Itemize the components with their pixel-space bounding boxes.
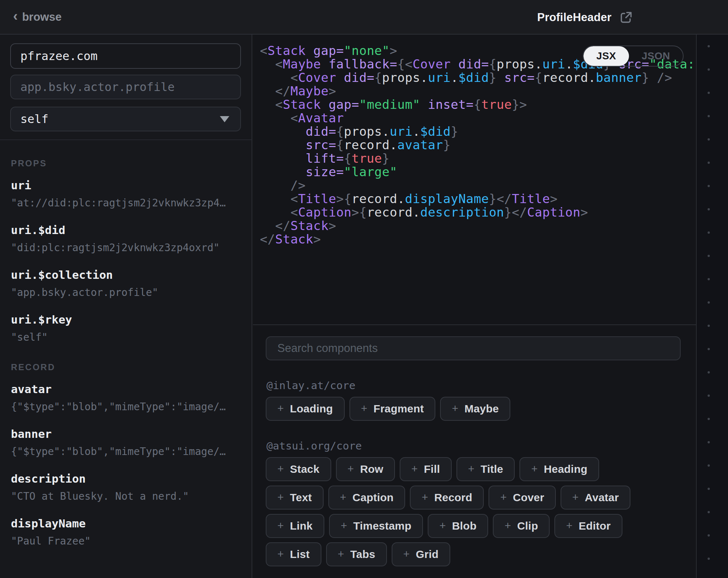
rkey-selected-value: self xyxy=(20,112,48,126)
add-link-button[interactable]: +Link xyxy=(266,514,324,538)
add-text-button[interactable]: +Text xyxy=(266,486,324,510)
tab-jsx[interactable]: JSX xyxy=(583,46,629,66)
add-avatar-button[interactable]: +Avatar xyxy=(561,486,630,510)
prop-entry: uri.$rkey"self" xyxy=(11,313,241,344)
plus-icon: + xyxy=(403,548,410,560)
add-fragment-button[interactable]: +Fragment xyxy=(349,397,436,421)
component-name: Link xyxy=(290,520,313,532)
add-timestamp-button[interactable]: +Timestamp xyxy=(329,514,423,538)
add-maybe-button[interactable]: +Maybe xyxy=(440,397,510,421)
plus-icon: + xyxy=(341,519,347,532)
plus-icon: + xyxy=(439,519,446,532)
plus-icon: + xyxy=(411,463,418,475)
code-line: src={record.avatar} xyxy=(260,138,696,152)
prop-entry: banner{"$type":"blob","mimeType":"image/… xyxy=(11,427,241,458)
add-blob-button[interactable]: +Blob xyxy=(428,514,488,538)
add-caption-button[interactable]: +Caption xyxy=(328,486,405,510)
component-name: Clip xyxy=(517,520,538,532)
plus-icon: + xyxy=(277,548,284,560)
plus-icon: + xyxy=(348,463,354,475)
component-row: +List+Tabs+Grid xyxy=(266,542,696,566)
component-rows: +Stack+Row+Fill+Title+Heading+Text+Capti… xyxy=(266,457,696,566)
prop-key: uri xyxy=(11,179,241,192)
plus-icon: + xyxy=(277,519,284,532)
component-name: Timestamp xyxy=(353,520,412,532)
add-stack-button[interactable]: +Stack xyxy=(266,457,331,481)
back-button[interactable]: ‹ browse xyxy=(13,11,62,24)
title-area: ProfileHeader xyxy=(537,0,633,35)
prop-entry: displayName"Paul Frazee" xyxy=(11,517,241,548)
external-link-icon[interactable] xyxy=(620,11,633,24)
prop-value: "Paul Frazee" xyxy=(11,535,242,548)
prop-entry: uri.$collection"app.bsky.actor.profile" xyxy=(11,268,241,299)
add-tabs-button[interactable]: +Tabs xyxy=(326,542,387,566)
search-input[interactable] xyxy=(266,336,681,360)
component-name: Editor xyxy=(579,520,611,532)
component-name: Blob xyxy=(452,520,476,532)
component-groups: @inlay.at/core+Loading+Fragment+Maybe@at… xyxy=(253,379,696,566)
add-heading-button[interactable]: +Heading xyxy=(519,457,599,481)
topbar: ‹ browse ProfileHeader xyxy=(0,0,728,35)
section-label: PROPS xyxy=(11,158,241,169)
add-fill-button[interactable]: +Fill xyxy=(400,457,452,481)
code-content[interactable]: <Stack gap="none"> <Maybe fallback={<Cov… xyxy=(260,44,696,246)
component-row: +Loading+Fragment+Maybe xyxy=(266,397,696,421)
plus-icon: + xyxy=(505,519,511,532)
plus-icon: + xyxy=(340,491,347,503)
prop-value: "at://did:plc:ragtjsm2j2vknwkz3zp4… xyxy=(11,197,242,210)
plus-icon: + xyxy=(277,402,284,415)
rkey-select[interactable]: self xyxy=(10,107,241,131)
add-clip-button[interactable]: +Clip xyxy=(493,514,550,538)
component-name: Loading xyxy=(290,403,333,415)
tab-json[interactable]: JSON xyxy=(629,46,683,66)
add-editor-button[interactable]: +Editor xyxy=(554,514,622,538)
code-line: <Avatar xyxy=(260,111,696,125)
prop-key: description xyxy=(11,472,241,485)
plus-icon: + xyxy=(468,463,475,475)
component-name: Row xyxy=(360,463,383,475)
add-cover-button[interactable]: +Cover xyxy=(488,486,556,510)
component-name: Record xyxy=(434,491,472,504)
component-name: Fill xyxy=(424,463,440,475)
add-title-button[interactable]: +Title xyxy=(456,457,515,481)
prop-section: PROPSuri"at://did:plc:ragtjsm2j2vknwkz3z… xyxy=(11,158,241,344)
code-line: <Caption>{record.description}</Caption> xyxy=(260,206,696,219)
component-row: +Text+Caption+Record+Cover+Avatar xyxy=(266,486,696,510)
code-line: <Title>{record.displayName}</Title> xyxy=(260,192,696,206)
component-name: Heading xyxy=(544,463,587,475)
code-line: did={props.uri.$did} xyxy=(260,125,696,138)
back-label: browse xyxy=(22,11,62,24)
plus-icon: + xyxy=(277,463,284,475)
view-mode-toggle: JSX JSON xyxy=(583,45,684,67)
package-label: @atsui.org/core xyxy=(266,440,696,452)
collection-input[interactable] xyxy=(10,75,241,99)
section-label: RECORD xyxy=(11,362,241,372)
add-row-button[interactable]: +Row xyxy=(336,457,395,481)
plus-icon: + xyxy=(452,402,458,415)
add-loading-button[interactable]: +Loading xyxy=(266,397,345,421)
prop-entry: uri.$did"did:plc:ragtjsm2j2vknwkz3zp4oxr… xyxy=(11,223,241,254)
code-line: </Maybe> xyxy=(260,84,696,98)
component-name: Fragment xyxy=(373,403,424,415)
code-line: size="large" xyxy=(260,165,696,179)
prop-value: {"$type":"blob","mimeType":"image/… xyxy=(11,445,242,458)
code-line: /> xyxy=(260,179,696,192)
add-list-button[interactable]: +List xyxy=(266,542,321,566)
preview-canvas-strip[interactable] xyxy=(696,35,728,578)
plus-icon: + xyxy=(566,519,573,532)
package-label: @inlay.at/core xyxy=(266,379,696,392)
prop-value: "CTO at Bluesky. Not a nerd." xyxy=(11,490,242,503)
component-name: Text xyxy=(290,491,312,504)
code-editor-panel: JSX JSON <Stack gap="none"> <Maybe fallb… xyxy=(253,35,696,325)
prop-entry: description"CTO at Bluesky. Not a nerd." xyxy=(11,472,241,503)
component-name: Tabs xyxy=(350,548,375,561)
add-grid-button[interactable]: +Grid xyxy=(392,542,450,566)
add-record-button[interactable]: +Record xyxy=(410,486,484,510)
prop-value: "self" xyxy=(11,331,242,344)
page-title: ProfileHeader xyxy=(537,11,612,24)
handle-input[interactable] xyxy=(10,43,241,69)
component-row: +Link+Timestamp+Blob+Clip+Editor xyxy=(266,514,696,538)
sidebar: self PROPSuri"at://did:plc:ragtjsm2j2vkn… xyxy=(0,35,252,578)
plus-icon: + xyxy=(338,548,344,560)
props-panel: PROPSuri"at://did:plc:ragtjsm2j2vknwkz3z… xyxy=(0,140,252,548)
